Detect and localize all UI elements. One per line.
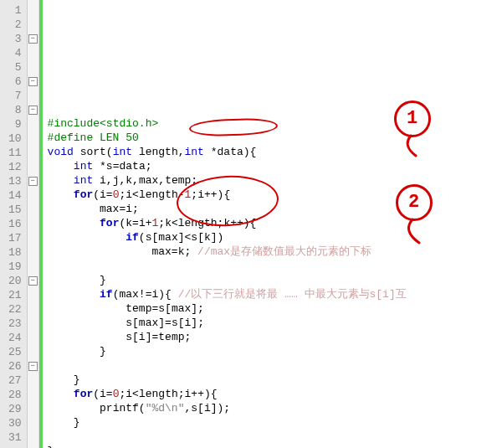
fold-toggle[interactable]: − (28, 34, 38, 44)
code-line[interactable]: temp=s[max]; (48, 301, 502, 316)
code-editor: 1234567891011121314151617181920212223242… (0, 0, 502, 448)
code-line[interactable]: s[max]=s[i]; (48, 316, 502, 330)
code-line[interactable]: max=i; (48, 202, 502, 216)
line-number-gutter: 1234567891011121314151617181920212223242… (0, 0, 28, 448)
line-number: 15 (8, 203, 22, 217)
line-number: 24 (8, 331, 22, 345)
code-line[interactable]: if(max!=i){ //以下三行就是将最 …… 中最大元素与s[i]互 (48, 287, 502, 301)
line-number: 6 (8, 75, 22, 89)
code-line[interactable]: #include<stdio.h> (48, 116, 502, 131)
code-line[interactable]: if(s[max]<s[k]) (48, 230, 502, 245)
line-number: 7 (8, 89, 22, 103)
fold-toggle[interactable]: − (28, 362, 38, 371)
code-line[interactable]: for(i=0;i<length;i++){ (48, 387, 502, 401)
line-number: 19 (8, 260, 22, 274)
line-number: 27 (8, 373, 22, 388)
fold-column: −−−−−− (28, 0, 39, 448)
code-line[interactable]: int *s=data; (48, 159, 502, 173)
line-number: 25 (8, 345, 22, 359)
code-line[interactable]: } (48, 373, 502, 387)
code-line[interactable]: void sort(int length,int *data){ (48, 145, 502, 159)
line-number: 16 (8, 217, 22, 231)
line-number: 12 (8, 160, 22, 174)
line-number: 26 (8, 359, 22, 373)
line-number: 8 (8, 103, 22, 117)
line-number: 1 (8, 3, 22, 18)
code-line[interactable]: printf("%d\n",s[i]); (48, 401, 502, 415)
line-number: 2 (8, 18, 22, 32)
code-line[interactable]: } (48, 273, 502, 287)
code-line[interactable]: max=k; //max是存储数值最大的元素的下标 (48, 245, 502, 259)
code-line[interactable]: } (48, 344, 502, 358)
line-number: 9 (8, 117, 22, 131)
fold-toggle[interactable]: − (28, 177, 38, 186)
code-area[interactable]: 1 2 #include<stdio.h>#define LEN 50void … (43, 0, 502, 448)
line-number: 22 (8, 302, 22, 317)
code-line[interactable]: #define LEN 50 (48, 131, 502, 145)
fold-toggle[interactable]: − (28, 276, 38, 286)
line-number: 28 (8, 388, 22, 402)
line-number: 30 (8, 416, 22, 430)
code-line[interactable]: s[i]=temp; (48, 330, 502, 344)
code-line[interactable]: } (48, 444, 502, 448)
line-number: 4 (8, 46, 22, 60)
line-number: 3 (8, 32, 22, 46)
line-number: 10 (8, 131, 22, 146)
line-number: 14 (8, 188, 22, 203)
code-line[interactable]: int i,j,k,max,temp; (48, 173, 502, 188)
fold-toggle[interactable]: − (28, 77, 38, 86)
line-number: 20 (8, 274, 22, 288)
line-number: 11 (8, 146, 22, 160)
code-line[interactable] (48, 259, 502, 273)
line-number: 29 (8, 402, 22, 416)
line-number: 18 (8, 245, 22, 260)
line-number: 5 (8, 60, 22, 75)
code-line[interactable] (48, 358, 502, 373)
line-number: 17 (8, 231, 22, 245)
fold-toggle[interactable]: − (28, 106, 38, 115)
line-number: 23 (8, 317, 22, 331)
code-line[interactable]: for(k=i+1;k<length;k++){ (48, 216, 502, 230)
line-number: 31 (8, 430, 22, 445)
line-number: 21 (8, 288, 22, 302)
code-line[interactable]: for(i=0;i<length-1;i++){ (48, 188, 502, 202)
code-line[interactable] (48, 430, 502, 444)
code-line[interactable]: } (48, 415, 502, 430)
line-number: 13 (8, 174, 22, 188)
